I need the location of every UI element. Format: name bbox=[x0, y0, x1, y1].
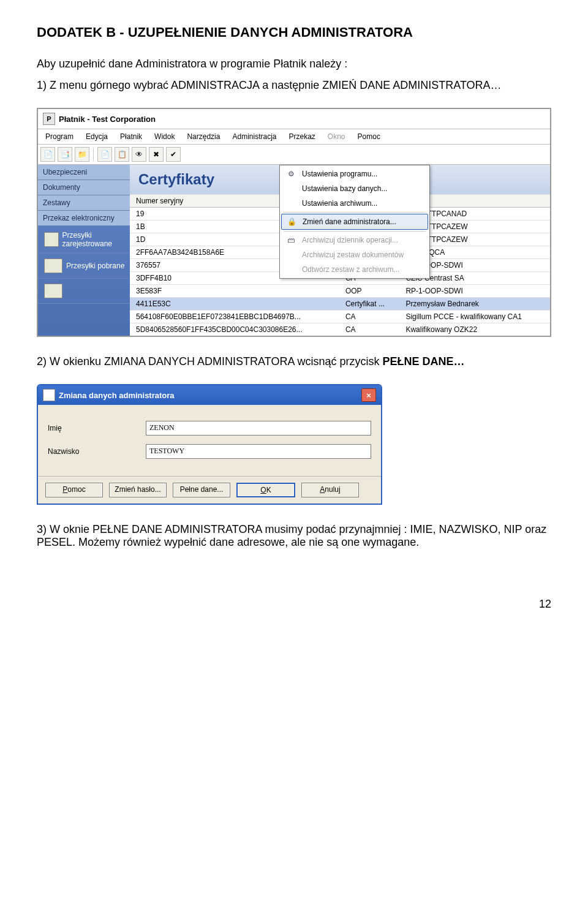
toolbar-btn-4[interactable]: 📄 bbox=[97, 147, 112, 162]
menu-edycja[interactable]: Edycja bbox=[81, 130, 113, 143]
sidebar-item-dokumenty[interactable]: Dokumenty bbox=[38, 180, 130, 195]
close-icon[interactable]: × bbox=[361, 388, 376, 402]
menuitem-ustawienia-archiwum[interactable]: Ustawienia archiwum... bbox=[281, 196, 428, 211]
cancel-button[interactable]: Anuluj bbox=[301, 483, 359, 497]
app-icon: P bbox=[43, 389, 55, 401]
menu-administracja[interactable]: Administracja bbox=[227, 130, 281, 143]
archive-icon: 🗃 bbox=[285, 235, 297, 246]
table-row-selected[interactable]: 4411E53CCertyfikat ...Przemysław Bednare… bbox=[130, 298, 550, 311]
lastname-field[interactable]: TESTOWY bbox=[146, 444, 371, 459]
toolbar-btn-1[interactable]: 📄 bbox=[40, 147, 55, 162]
sidebar-przesylki-pobrane[interactable]: Przesyłki pobrane bbox=[38, 254, 130, 279]
step-2: 2) W okienku ZMIANA DANYCH ADMINISTRATOR… bbox=[37, 355, 551, 368]
menu-platnik[interactable]: Płatnik bbox=[115, 130, 147, 143]
toolbar-btn-6[interactable]: 👁 bbox=[132, 147, 146, 162]
menu-widok[interactable]: Widok bbox=[149, 130, 179, 143]
label-lastname: Nazwisko bbox=[48, 447, 146, 456]
toolbar-btn-5[interactable]: 📋 bbox=[115, 147, 129, 162]
appendix-title: DODATEK B - UZUPEŁNIENIE DANYCH ADMINIST… bbox=[37, 25, 551, 40]
gear-icon: ⚙ bbox=[285, 168, 297, 179]
menu-pomoc[interactable]: Pomoc bbox=[353, 130, 385, 143]
admin-data-dialog: P Zmiana danych administratora × Imię ZE… bbox=[37, 384, 382, 505]
administracja-dropdown: ⚙ Ustawienia programu... Ustawienia bazy… bbox=[279, 165, 430, 279]
menu-separator bbox=[284, 231, 426, 232]
menu-bar: Program Edycja Płatnik Widok Narzędzia A… bbox=[38, 129, 550, 145]
window-title: Płatnik - Test Corporation bbox=[59, 115, 156, 124]
platnik-app-window: P Płatnik - Test Corporation Program Edy… bbox=[37, 108, 551, 337]
toolbar-btn-7[interactable]: ✖ bbox=[149, 147, 164, 162]
mail-in-icon bbox=[44, 258, 62, 273]
menuitem-ustawienia-bazy[interactable]: Ustawienia bazy danych... bbox=[281, 181, 428, 196]
sidebar-przesylki-zarejestrowane[interactable]: Przesyłki zarejestrowane bbox=[38, 226, 130, 254]
dialog-title: Zmiana danych administratora bbox=[59, 391, 175, 400]
menuitem-zmien-dane-admin[interactable]: 🔒 Zmień dane administratora... bbox=[281, 214, 428, 230]
sidebar-label-registered: Przesyłki zarejestrowane bbox=[62, 231, 125, 248]
doc-icon bbox=[44, 284, 62, 298]
content-pane: Certyfikaty Numer seryjny aściciel 19IZE… bbox=[130, 165, 550, 336]
table-row[interactable]: 5D8406528560F1FF435CBD00C04C303086E26...… bbox=[130, 323, 550, 336]
menuitem-odtworz-zestaw: Odtwórz zestaw z archiwum... bbox=[281, 262, 428, 277]
dialog-button-row: Pomoc Zmień hasło... Pełne dane... OK An… bbox=[38, 476, 381, 504]
full-data-button[interactable]: Pełne dane... bbox=[173, 483, 230, 497]
page-number: 12 bbox=[37, 598, 551, 611]
sidebar-item-ubezpieczeni[interactable]: Ubezpieczeni bbox=[38, 165, 130, 180]
sidebar: Ubezpieczeni Dokumenty Zestawy Przekaz e… bbox=[38, 165, 130, 336]
toolbar-btn-8[interactable]: ✔ bbox=[166, 147, 181, 162]
firstname-field[interactable]: ZENON bbox=[146, 421, 371, 436]
sidebar-item-przekaz[interactable]: Przekaz elektroniczny bbox=[38, 211, 130, 226]
toolbar: 📄 📑 📁 📄 📋 👁 ✖ ✔ bbox=[38, 145, 550, 165]
toolbar-sep bbox=[93, 148, 94, 161]
menuitem-archiwizuj-zestaw: Archiwizuj zestaw dokumentów bbox=[281, 247, 428, 262]
ok-button[interactable]: OK bbox=[236, 483, 295, 497]
intro-text: Aby uzupełnić dane Administratora w prog… bbox=[37, 58, 551, 70]
label-firstname: Imię bbox=[48, 424, 146, 432]
mail-out-icon bbox=[44, 232, 59, 247]
toolbar-btn-2[interactable]: 📑 bbox=[58, 147, 72, 162]
toolbar-btn-3[interactable]: 📁 bbox=[75, 147, 89, 162]
menu-narzedzia[interactable]: Narzędzia bbox=[182, 130, 225, 143]
menu-program[interactable]: Program bbox=[40, 130, 78, 143]
sidebar-item-more[interactable] bbox=[38, 279, 130, 304]
title-bar: P Płatnik - Test Corporation bbox=[38, 109, 550, 129]
menu-okno[interactable]: Okno bbox=[323, 130, 350, 143]
sidebar-label-received: Przesyłki pobrane bbox=[66, 262, 124, 270]
lock-icon: 🔒 bbox=[285, 216, 298, 227]
app-icon: P bbox=[43, 113, 55, 125]
menuitem-ustawienia-programu[interactable]: ⚙ Ustawienia programu... bbox=[281, 167, 428, 181]
menu-przekaz[interactable]: Przekaz bbox=[284, 130, 320, 143]
dialog-title-bar: P Zmiana danych administratora × bbox=[38, 385, 381, 405]
menuitem-archiwizuj-dziennik: 🗃 Archiwizuj dziennik operacji... bbox=[281, 233, 428, 247]
change-password-button[interactable]: Zmień hasło... bbox=[109, 483, 167, 497]
step-3: 3) W oknie PEŁNE DANE ADMINISTRATORA mus… bbox=[37, 523, 551, 549]
table-row[interactable]: 3E583FOOPRP-1-OOP-SDWI bbox=[130, 285, 550, 298]
help-button[interactable]: Pomoc bbox=[45, 483, 103, 497]
menu-separator bbox=[284, 212, 426, 213]
table-row[interactable]: 564108F60E0BBE1EF0723841EBBC1DB4697B...C… bbox=[130, 311, 550, 323]
dialog-form: Imię ZENON Nazwisko TESTOWY bbox=[38, 405, 381, 476]
step-1: 1) Z menu górnego wybrać ADMINISTRACJA a… bbox=[37, 79, 551, 92]
sidebar-item-zestawy[interactable]: Zestawy bbox=[38, 195, 130, 211]
